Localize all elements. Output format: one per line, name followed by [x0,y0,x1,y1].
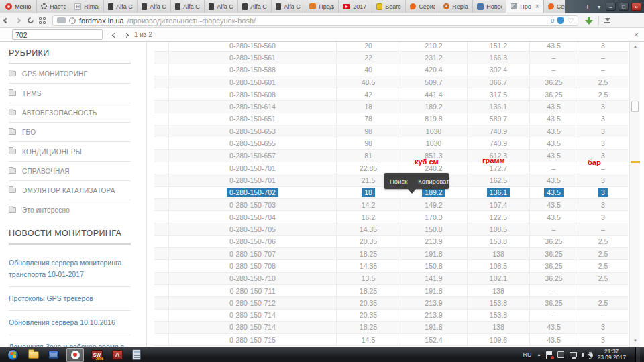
sidebar-rubric-item[interactable]: Это интересно [9,200,131,219]
window-close-button[interactable]: × [631,3,641,11]
cell-value: 3 [601,323,605,331]
tray-utility-icon[interactable] [557,351,564,358]
find-close-icon[interactable]: × [634,30,639,40]
table-row[interactable]: 0-280-150-712 20.35 213.9 153.8 36.25 2.… [154,297,628,309]
sidebar-rubric-item[interactable]: СПРАВОЧНАЯ [9,162,131,181]
browser-tab[interactable]: Alfa Clas × [205,0,238,13]
scrollbar-up-icon[interactable]: ▲ [630,44,641,48]
context-menu-search[interactable]: Поиск [384,178,413,185]
downloads-icon[interactable] [604,18,610,23]
taskbar-explorer-icon[interactable] [28,351,39,359]
scrollbar-down-icon[interactable]: ▼ [630,339,641,343]
window-maximize-button[interactable]: □ [619,3,629,11]
news-link[interactable]: Протоколы GPS трекеров [9,287,131,311]
tab-close-icon[interactable]: × [535,3,539,10]
table-row[interactable]: 0-280-150-653 98 1030 740.9 43.5 3 [154,125,628,137]
browser-tab[interactable]: Alfa Clas × [104,0,138,13]
reload-button[interactable] [24,15,36,27]
shield-icon[interactable] [557,17,564,24]
sidebar-rubric-item[interactable]: АВТОБЕЗОПАСНОСТЬ [9,103,131,123]
url-field[interactable]: fordmax.in.ua /производительность-форсун… [52,15,578,26]
news-link[interactable]: Обновления сервера мониторинга транспорт… [9,251,131,287]
language-indicator[interactable]: RU [523,351,532,358]
find-next-button[interactable] [121,28,131,42]
table-row[interactable]: 0-280-150-714 18.25 191.8 138 43.5 3 [154,322,628,334]
row-gutter [154,64,169,76]
sidebar-rubric-item[interactable]: GPS МОНИТОРИНГ [9,64,131,84]
forward-button[interactable] [12,15,24,27]
browser-tab[interactable]: Search × [372,0,406,13]
taskbar-solidworks-icon[interactable]: SW 2016 [91,350,103,360]
scrollbar-thumb[interactable] [631,101,639,112]
toolbar-button[interactable]: R Rimades [70,0,104,13]
table-row[interactable]: 0-280-150-651 78 819.8 589.7 43.5 3 [154,113,628,125]
table-row[interactable]: 0-280-150-710 13.5 141.9 102.1 36.25 2.5 [154,273,628,285]
table-row[interactable]: 0-280-150-561 22 231.2 166.3 – – [154,52,628,64]
window-minimize-button[interactable]: – [606,3,616,11]
browser-tab[interactable]: Прода × [305,0,339,13]
site-badge-icon [57,17,66,23]
start-button[interactable] [7,349,19,361]
taskbar-opera-icon[interactable] [66,348,84,362]
opera-menu-button[interactable]: Меню [0,0,37,13]
sidebar-rubric-item[interactable]: ЭМУЛЯТОР КАТАЛИЗАТОРА [9,181,131,200]
sidebar-rubric-item[interactable]: TPMS [9,84,131,103]
table-row[interactable]: 0-280-150-708 14.35 150.8 108.5 36.25 2.… [154,260,628,272]
table-row[interactable]: 0-280-150-703 14.2 149.2 107.4 43.5 3 [154,199,628,211]
taskbar-viewer-app-icon[interactable] [48,351,59,359]
table-row[interactable]: 0-280-150-588 40 420.4 302.4 – – [154,64,628,76]
extension-green-arrow-icon[interactable] [585,17,593,25]
sidebar-rubric-item[interactable]: ГБО [9,123,131,142]
table-row[interactable]: 0-280-150-608 42 441.4 317.5 36.25 2.5 [154,88,628,101]
tab-menu-icon[interactable]: ▾ [595,4,603,10]
hidden-icons-arrow[interactable]: ▲ [537,353,541,357]
browser-tab[interactable]: Alfa Clas × [238,0,272,13]
table-row[interactable]: 0-280-150-705 14.35 150.8 108.5 – – [154,223,628,235]
news-link[interactable]: Домашняя Зона и рабочее время в GPS мони… [9,335,131,347]
bookmark-heart-icon[interactable]: ♡ [567,17,574,24]
action-center-flag-icon[interactable] [546,351,552,359]
browser-tab[interactable]: Alfa Clas × [171,0,205,13]
browser-tab[interactable]: Replace × [439,0,473,13]
cell-part-number: 0-280-150-714 [229,323,276,331]
toolbar-button[interactable]: Настрой [37,0,70,13]
find-bar: 1 из 2 × [0,28,644,42]
back-button[interactable] [0,15,12,27]
table-row[interactable]: 0-280-150-560 20 210.2 151.2 43.5 3 [154,42,628,52]
table-row[interactable]: 0-280-150-601 48.5 509.7 366.7 36.25 2.5 [154,76,628,88]
table-row[interactable]: 0-280-150-707 18.25 191.8 138 36.25 2.5 [154,248,628,260]
browser-tab[interactable]: 2017 GS × [339,0,372,13]
volume-icon[interactable] [588,352,592,357]
table-row[interactable]: 0-280-150-711 18.25 191.8 138 – – [154,285,628,297]
row-gutter [154,174,169,186]
tray-clock[interactable]: 21:37 23.09.2017 [597,349,626,361]
browser-tab[interactable]: Новости × [473,0,506,13]
cell-value: 43.5 [544,188,563,197]
context-menu-copy[interactable]: Копировать [413,178,458,185]
new-tab-button[interactable]: + [583,3,592,11]
browser-tab[interactable]: Сериал × [406,0,439,13]
network-icon[interactable] [570,352,577,357]
cell-value: 36.25 [545,237,562,245]
find-input[interactable] [12,29,103,40]
opera-logo-icon [5,3,12,10]
taskbar-calculator-icon[interactable] [132,349,141,360]
table-row[interactable]: 0-280-150-657 81 851.3 612.3 43.5 3 [154,150,628,162]
browser-tab[interactable]: Alfa Clas × [272,0,305,13]
show-desktop-button[interactable] [635,347,640,362]
news-link[interactable]: Обновления сервера 10.10.2016 [9,311,131,335]
table-row[interactable]: 0-280-150-715 14.5 152.4 109.6 43.5 3 [154,334,628,346]
page-scrollbar[interactable]: ▲ ▼ [629,42,640,347]
table-row[interactable]: 0-280-150-614 18 189.2 136.1 43.5 3 [154,101,628,113]
browser-tab[interactable]: Про × [506,0,543,13]
browser-tab[interactable]: Alfa Clas × [138,0,171,13]
table-row[interactable]: 0-280-150-706 20.35 213.9 153.8 36.25 2.… [154,236,628,248]
sidebar-rubric-item[interactable]: КОНДИЦИОНЕРЫ [9,142,131,162]
row-gutter [154,260,169,272]
taskbar-autocad-icon[interactable]: A [112,350,123,360]
speed-dial-button[interactable] [36,15,48,27]
table-row[interactable]: 0-280-150-714 20.35 213.9 153.8 – – [154,310,628,322]
table-row[interactable]: 0-280-150-655 98 1030 740.9 43.5 3 [154,137,628,149]
find-previous-button[interactable] [109,28,119,42]
table-row[interactable]: 0-280-150-704 16.2 170.3 122.5 43.5 3 [154,211,628,223]
